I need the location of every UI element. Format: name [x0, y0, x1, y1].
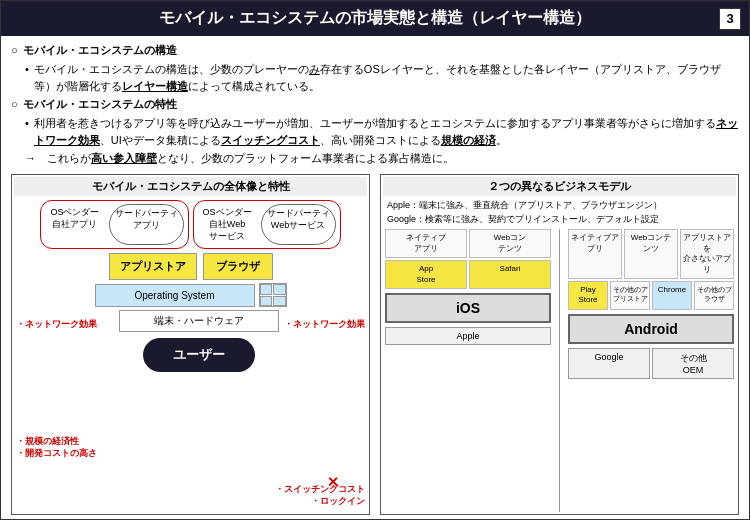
android-chrome-box: Chrome	[652, 281, 692, 310]
biz-labels: Apple：端末に強み、垂直統合（アプリストア、ブラウザエンジン） Google…	[383, 199, 736, 226]
android-company-row: Google その他OEM	[568, 348, 734, 379]
circle-icon-1: ○	[11, 42, 18, 59]
grid-icon	[259, 283, 287, 307]
section1-title-row: ○ モバイル・エコシステムの構造	[11, 42, 739, 59]
ios-safari-box: Safari	[469, 260, 551, 289]
mid-row: アプリストア ブラウザ	[34, 253, 347, 280]
android-other-app-box: アプリストアを介さないアプリ	[680, 229, 734, 279]
ios-appstore-box: AppStore	[385, 260, 467, 289]
section2-arrow-row: → これらが高い参入障壁となり、少数のプラットフォーム事業者による寡占構造に。	[11, 150, 739, 167]
diagram-inner: ・ネットワーク効果 ・ネットワーク効果 OSベンダー自社アプリ サードパーティア…	[14, 198, 367, 512]
android-native-box: ネイティブアプリ	[568, 229, 622, 279]
page-number: 3	[719, 8, 741, 30]
section1-bullet-row: • モバイル・エコシステムの構造は、少数のプレーヤーのみ存在するOSレイヤーと、…	[11, 61, 739, 95]
hw-box: 端末・ハードウェア	[119, 310, 279, 332]
switching-label: ・スイッチングコスト・ロックイン	[275, 483, 365, 508]
oval-third-party-web: サードパーティWebサービス	[261, 204, 336, 245]
oval-os-vendor-app: OSベンダー自社アプリ	[45, 204, 104, 245]
right-diagram: ２つの異なるビジネスモデル Apple：端末に強み、垂直統合（アプリストア、ブラ…	[380, 174, 739, 515]
oval-os-vendor-web: OSベンダー自社Webサービス	[198, 204, 257, 245]
circle-icon-2: ○	[11, 96, 18, 113]
android-playstore-box: PlayStore	[568, 281, 608, 310]
browser-box: ブラウザ	[203, 253, 273, 280]
google-company-box: Google	[568, 348, 650, 379]
left-diagram-title: モバイル・エコシステムの全体像と特性	[14, 177, 367, 196]
x-mark: ✕	[327, 474, 339, 490]
dot-icon-2: •	[25, 115, 29, 149]
biz-models: ネイティブアプリ Webコンテンツ AppStore Safari iOS Ap…	[383, 229, 736, 512]
page: モバイル・エコシステムの市場実態と構造（レイヤー構造） 3 ○ モバイル・エコシ…	[0, 0, 750, 520]
oval-row: OSベンダー自社アプリ サードパーティアプリ OSベンダー自社Webサービス サ…	[34, 200, 347, 249]
section2-title: モバイル・エコシステムの特性	[23, 96, 177, 113]
ios-column: ネイティブアプリ Webコンテンツ AppStore Safari iOS Ap…	[385, 229, 551, 512]
text-section: ○ モバイル・エコシステムの構造 • モバイル・エコシステムの構造は、少数のプレ…	[11, 42, 739, 168]
user-box: ユーザー	[143, 338, 255, 372]
right-diagram-title: ２つの異なるビジネスモデル	[383, 177, 736, 196]
ios-app-row: ネイティブアプリ Webコンテンツ	[385, 229, 551, 258]
scale-label: ・規模の経済性・開発コストの高さ	[16, 435, 97, 460]
divider	[559, 229, 560, 512]
diagrams-section: モバイル・エコシステムの全体像と特性 ・ネットワーク効果 ・ネットワーク効果 O…	[11, 174, 739, 515]
android-store-row: PlayStore その他のアプリストア Chrome その他のブラウザ	[568, 281, 734, 310]
dot-icon-1: •	[25, 61, 29, 95]
section2-title-row: ○ モバイル・エコシステムの特性	[11, 96, 739, 113]
left-diagram: モバイル・エコシステムの全体像と特性 ・ネットワーク効果 ・ネットワーク効果 O…	[11, 174, 370, 515]
ios-web-content-box: Webコンテンツ	[469, 229, 551, 258]
apple-company-box: Apple	[385, 327, 551, 345]
ios-native-app-box: ネイティブアプリ	[385, 229, 467, 258]
ios-company-row: Apple	[385, 327, 551, 345]
android-other-browser-box: その他のブラウザ	[694, 281, 734, 310]
content: ○ モバイル・エコシステムの構造 • モバイル・エコシステムの構造は、少数のプレ…	[1, 36, 749, 519]
section1-title: モバイル・エコシステムの構造	[23, 42, 177, 59]
appstore-box: アプリストア	[109, 253, 197, 280]
section2-arrow: → これらが高い参入障壁となり、少数のプラットフォーム事業者による寡占構造に。	[25, 152, 454, 164]
header-title: モバイル・エコシステムの市場実態と構造（レイヤー構造）	[159, 9, 591, 26]
google-label: Google：検索等に強み、契約でプリインストール、デフォルト設定	[387, 213, 732, 227]
android-other-store-box: その他のアプリストア	[610, 281, 650, 310]
network-right-label: ・ネットワーク効果	[284, 318, 365, 331]
other-oem-box: その他OEM	[652, 348, 734, 379]
android-web-box: Webコンテンツ	[624, 229, 678, 279]
os-row: Operating System	[34, 283, 347, 307]
android-column: ネイティブアプリ Webコンテンツ アプリストアを介さないアプリ PlaySto…	[568, 229, 734, 512]
apple-label: Apple：端末に強み、垂直統合（アプリストア、ブラウザエンジン）	[387, 199, 732, 213]
os-box: Operating System	[95, 284, 255, 307]
header: モバイル・エコシステムの市場実態と構造（レイヤー構造） 3	[1, 1, 749, 36]
oval-third-party-app: サードパーティアプリ	[109, 204, 184, 245]
network-left-label: ・ネットワーク効果	[16, 318, 97, 331]
ios-platform-box: iOS	[385, 293, 551, 323]
section2-bullet: 利用者を惹きつけるアプリ等を呼び込みユーザーが増加、ユーザーが増加するとエコシス…	[34, 115, 739, 149]
ios-store-row: AppStore Safari	[385, 260, 551, 289]
section2-bullet-row: • 利用者を惹きつけるアプリ等を呼び込みユーザーが増加、ユーザーが増加するとエコ…	[11, 115, 739, 149]
android-app-row: ネイティブアプリ Webコンテンツ アプリストアを介さないアプリ	[568, 229, 734, 279]
section1-bullet: モバイル・エコシステムの構造は、少数のプレーヤーのみ存在するOSレイヤーと、それ…	[34, 61, 739, 95]
android-platform-box: Android	[568, 314, 734, 344]
user-oval: ユーザー	[34, 338, 363, 372]
